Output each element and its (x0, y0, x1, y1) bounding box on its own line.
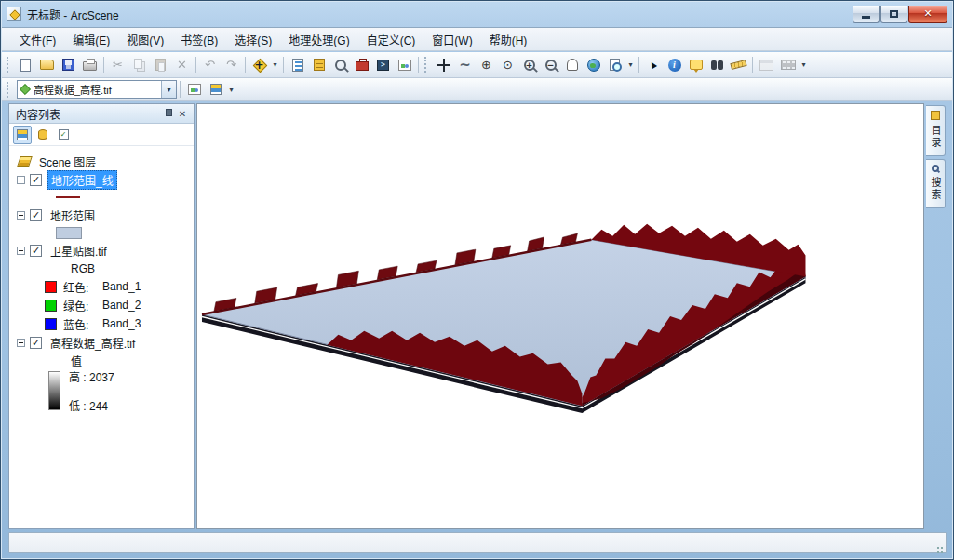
viewer-window-button[interactable] (756, 55, 777, 75)
interpolate-line-button[interactable] (183, 79, 205, 100)
pan-button[interactable] (561, 55, 583, 75)
toc-window-button[interactable] (287, 55, 308, 75)
list-by-visibility-button[interactable]: ✓ (54, 126, 73, 144)
cut-button[interactable]: ✂ (107, 55, 128, 75)
print-button[interactable] (79, 55, 101, 75)
menu-customize[interactable]: 自定义(C) (358, 28, 424, 51)
paste-button[interactable] (150, 55, 171, 75)
elevation-ramp[interactable] (48, 371, 60, 410)
undo-button[interactable]: ↶ (199, 55, 221, 75)
find-button[interactable] (706, 55, 728, 75)
layer-label[interactable]: 地形范围 (47, 207, 98, 224)
toolbar-grip[interactable] (424, 57, 429, 73)
zoom-extent-page-icon (610, 59, 620, 71)
tab-catalog[interactable]: 目录 (926, 105, 946, 156)
symbol-row[interactable] (9, 224, 194, 241)
maximize-button[interactable] (880, 6, 907, 23)
collapse-icon[interactable] (17, 339, 25, 347)
animation-dropdown[interactable]: ▾ (799, 55, 809, 75)
toolbar-grip[interactable] (7, 57, 11, 73)
html-popup-icon (690, 60, 703, 70)
line-symbol[interactable] (56, 196, 80, 198)
zoom-extent-page-button[interactable] (604, 55, 625, 75)
list-by-drawing-order-icon (17, 129, 28, 140)
symbol-row[interactable] (9, 189, 194, 206)
collapse-icon[interactable] (17, 247, 25, 255)
menu-view[interactable]: 视图(V) (118, 28, 172, 51)
extent-dropdown[interactable]: ▾ (625, 55, 636, 75)
add-data-button[interactable] (249, 55, 270, 75)
scene-layers-root[interactable]: Scene 图层 (9, 152, 194, 170)
copy-button[interactable] (128, 55, 150, 75)
pin-button[interactable] (160, 106, 175, 121)
toc-window-icon (292, 59, 303, 72)
arctoolbox-button[interactable] (351, 55, 372, 75)
layer-select-arrow[interactable]: ▾ (161, 81, 176, 98)
menu-window[interactable]: 窗口(W) (423, 28, 480, 51)
layer-checkbox[interactable]: ✓ (30, 337, 42, 349)
select-elements-button[interactable]: ▲ (642, 55, 664, 75)
red-band-chip[interactable] (45, 281, 57, 293)
layer-label[interactable]: 卫星贴图.tif (47, 242, 110, 260)
tab-search[interactable]: 搜索 (926, 159, 946, 208)
separator (103, 57, 104, 73)
animation-button[interactable] (777, 55, 799, 75)
layer-row-satellite[interactable]: ✓ 卫星贴图.tif (9, 241, 194, 260)
toc-close-button[interactable]: ✕ (175, 106, 190, 121)
layer-row-terrain-extent[interactable]: ✓ 地形范围 (9, 206, 194, 224)
save-icon (62, 59, 74, 71)
undo-icon: ↶ (205, 59, 215, 71)
full-extent-button[interactable] (583, 55, 604, 75)
green-band-chip[interactable] (45, 300, 57, 312)
python-window-icon: > (377, 60, 389, 71)
add-data-dropdown[interactable]: ▾ (270, 55, 280, 75)
standard-toolbar: ✂ ✕ ↶ ↷ ▾ > ~ ⊕ ⊙ + − ▾ ▲ i (2, 52, 952, 78)
menu-bookmarks[interactable]: 书签(B) (172, 28, 226, 51)
identify-button[interactable]: i (664, 55, 685, 75)
minimize-button[interactable] (853, 6, 880, 23)
fly-button[interactable]: ~ (454, 55, 476, 75)
layer-row-elevation[interactable]: ✓ 高程数据_高程.tif (9, 333, 194, 352)
title-bar[interactable]: 无标题 - ArcScene ✕ (1, 1, 953, 27)
scene-viewport[interactable] (196, 103, 924, 529)
measure-button[interactable] (728, 55, 749, 75)
layer-checkbox[interactable]: ✓ (30, 174, 42, 186)
html-popup-button[interactable] (685, 55, 706, 75)
redo-button[interactable]: ↷ (221, 55, 242, 75)
menu-file[interactable]: 文件(F) (11, 28, 64, 51)
search-window-button[interactable] (329, 55, 351, 75)
center-on-target-button[interactable]: ⊕ (476, 55, 497, 75)
toolbar-grip[interactable] (7, 82, 11, 98)
menu-help[interactable]: 帮助(H) (481, 28, 536, 51)
layer-select[interactable]: 高程数据_高程.tif ▾ (17, 80, 177, 99)
layer-checkbox[interactable]: ✓ (30, 245, 42, 257)
zoom-to-target-button[interactable]: ⊙ (497, 55, 518, 75)
polygon-symbol[interactable] (56, 227, 82, 239)
delete-button[interactable]: ✕ (171, 55, 193, 75)
layer-label[interactable]: 地形范围_线 (47, 170, 117, 190)
new-document-button[interactable] (15, 55, 36, 75)
blue-band-chip[interactable] (45, 318, 57, 330)
collapse-icon[interactable] (17, 176, 25, 184)
layer-label[interactable]: 高程数据_高程.tif (47, 334, 138, 352)
layer-row-terrain-extent-line[interactable]: ✓ 地形范围_线 (9, 170, 194, 189)
zoom-in-button[interactable]: + (518, 55, 540, 75)
collapse-icon[interactable] (17, 211, 25, 220)
list-by-source-button[interactable] (34, 126, 52, 144)
scene-layers-label[interactable]: Scene 图层 (36, 153, 99, 170)
toolbar-options-dropdown[interactable]: ▾ (226, 79, 236, 100)
list-by-drawing-order-button[interactable] (13, 126, 32, 144)
python-window-button[interactable]: > (372, 55, 394, 75)
layer-checkbox[interactable]: ✓ (30, 209, 42, 221)
menu-edit[interactable]: 编辑(E) (64, 28, 118, 51)
save-button[interactable] (58, 55, 79, 75)
zoom-out-button[interactable]: − (540, 55, 561, 75)
menu-geoprocessing[interactable]: 地理处理(G) (280, 28, 357, 51)
modelbuilder-button[interactable] (394, 55, 415, 75)
open-folder-button[interactable] (36, 55, 58, 75)
interpolate-polygon-button[interactable] (205, 79, 226, 100)
catalog-window-button[interactable] (308, 55, 329, 75)
menu-selection[interactable]: 选择(S) (226, 28, 280, 51)
close-button[interactable]: ✕ (908, 6, 947, 23)
navigate-button[interactable] (433, 55, 454, 75)
